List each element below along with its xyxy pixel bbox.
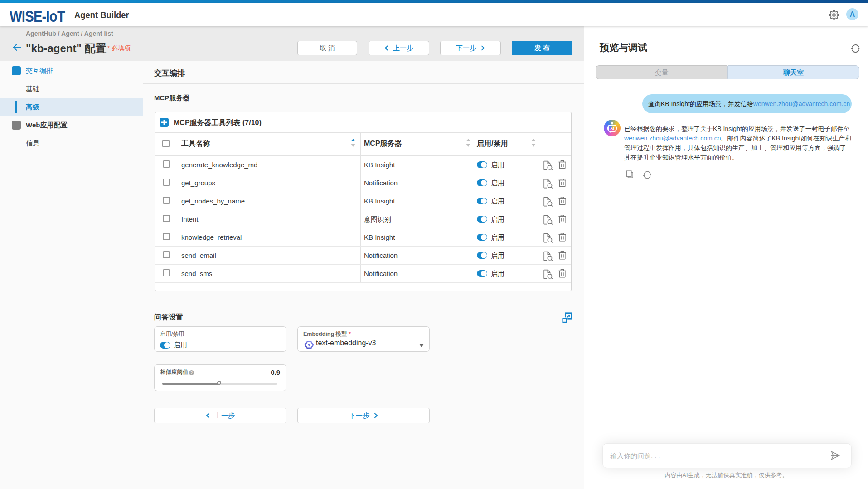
svg-text:AI: AI xyxy=(610,126,614,131)
